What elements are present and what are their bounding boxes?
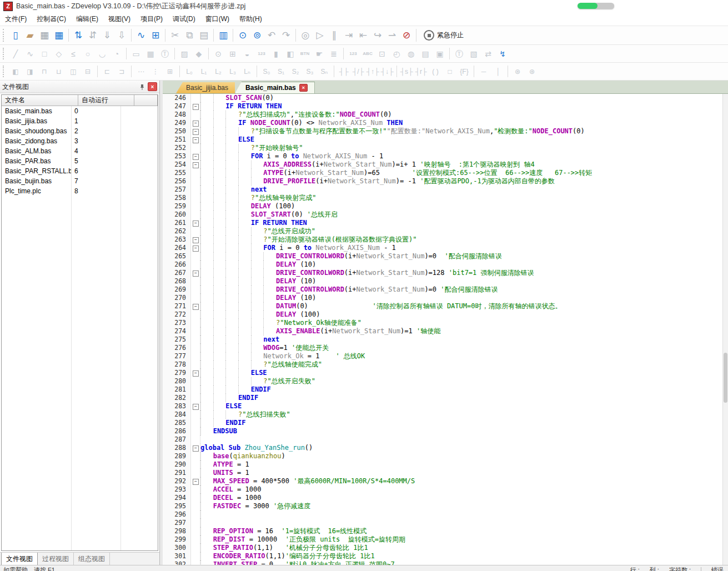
file-row[interactable]: Basic_ALM.bas4: [2, 146, 158, 156]
table-widget-button[interactable]: ▦: [144, 48, 157, 60]
menu-item[interactable]: 项目(P): [135, 13, 168, 26]
debug-pause-button[interactable]: ∥: [328, 29, 341, 42]
coil-button[interactable]: ( ): [429, 66, 442, 77]
image-widget-button[interactable]: ▨: [178, 48, 191, 60]
new-file-button[interactable]: ▯: [9, 29, 22, 42]
draw-open-polyline-button[interactable]: ≤: [67, 48, 80, 60]
number-input-button[interactable]: 123: [347, 48, 360, 60]
save-screen-button[interactable]: ▤: [419, 48, 432, 60]
draw-line-button[interactable]: ╱: [9, 48, 22, 60]
fold-margin[interactable]: −: [191, 136, 200, 144]
function-box-button[interactable]: □: [443, 66, 456, 77]
h-line-button[interactable]: ─: [477, 66, 490, 77]
fold-margin[interactable]: −: [191, 477, 200, 485]
document-tab[interactable]: Basic_main.bas×: [235, 82, 315, 93]
grid-snap-button[interactable]: ⊞: [163, 66, 177, 77]
align-left-button[interactable]: ◧: [9, 66, 22, 77]
file-row[interactable]: Basic_main.bas0: [2, 106, 158, 116]
text-input-button[interactable]: ABC: [361, 48, 374, 60]
file-row[interactable]: Plc_time.plc8: [2, 186, 158, 196]
menu-item[interactable]: 控制器(C): [32, 13, 71, 26]
fold-marker-icon[interactable]: −: [193, 104, 199, 110]
fold-marker-icon[interactable]: −: [193, 479, 199, 485]
fold-margin[interactable]: −: [191, 119, 200, 127]
file-row[interactable]: Basic_zidong.bas3: [2, 136, 158, 146]
paste-button[interactable]: ▤: [197, 29, 210, 42]
list-widget-button[interactable]: ≣: [327, 48, 340, 60]
file-row[interactable]: Basic_PAR.bas5: [2, 156, 158, 166]
menu-item[interactable]: 编辑(E): [71, 13, 103, 26]
connect-controller-button[interactable]: ⇅: [72, 29, 85, 42]
fold-margin[interactable]: −: [191, 127, 200, 136]
menu-item[interactable]: 帮助(H): [234, 13, 267, 26]
ladder-ln-button[interactable]: Lₙ: [240, 66, 254, 77]
file-row[interactable]: Basic_jijia.bas1: [2, 116, 158, 126]
toolbar-grip[interactable]: [3, 29, 7, 42]
fold-marker-icon[interactable]: −: [193, 370, 199, 377]
fold-margin[interactable]: −: [191, 444, 200, 452]
touch-widget-button[interactable]: ☛: [313, 48, 326, 60]
save-button[interactable]: ▦: [38, 29, 51, 42]
menu-item[interactable]: 视图(V): [103, 13, 135, 26]
distribute-horizontal-button[interactable]: ⋯: [134, 66, 148, 77]
swap-widget-button[interactable]: ⇄: [481, 48, 495, 60]
align-right-button[interactable]: ◨: [23, 66, 37, 77]
fold-margin[interactable]: −: [191, 402, 200, 410]
panel-tab[interactable]: 文件视图: [1, 553, 38, 566]
scrollbar-thumb[interactable]: [724, 353, 727, 403]
distribute-vertical-button[interactable]: ⋮: [149, 66, 162, 77]
fold-margin[interactable]: −: [191, 219, 200, 227]
step-out-button[interactable]: ⇤: [357, 29, 370, 42]
toolbar-grip[interactable]: [3, 66, 7, 78]
fold-margin[interactable]: −: [191, 236, 200, 244]
ladder-l0-button[interactable]: L₀: [183, 66, 196, 77]
fold-marker-icon[interactable]: −: [193, 137, 199, 143]
download-rom-button[interactable]: ⇩: [115, 29, 128, 42]
redo-button[interactable]: ↷: [279, 29, 293, 42]
text-frame-button[interactable]: Ⓣ: [158, 48, 172, 60]
center-vertical-button[interactable]: ⊟: [81, 66, 94, 77]
save-all-button[interactable]: ▦: [52, 29, 66, 42]
find-button[interactable]: ⊙: [236, 29, 249, 42]
delete-element-button[interactable]: ⊛: [511, 66, 524, 77]
file-view-close-button[interactable]: ×: [148, 82, 157, 91]
shape-group-button[interactable]: ◆: [192, 48, 205, 60]
delete-branch-button[interactable]: ⊛: [525, 66, 539, 77]
code-area[interactable]: 246SLOT_SCAN(0)247−IF RETURN THEN248?"总线…: [163, 94, 728, 565]
print-button[interactable]: ▥: [217, 29, 230, 42]
fold-margin[interactable]: −: [191, 152, 200, 161]
function-block-button[interactable]: {F}: [458, 66, 471, 77]
debug-run-button[interactable]: ▷: [313, 29, 327, 42]
v-line-button[interactable]: │: [491, 66, 505, 77]
fold-margin[interactable]: −: [191, 269, 200, 277]
step-over-button[interactable]: ↪: [371, 29, 384, 42]
fold-marker-icon[interactable]: −: [193, 154, 199, 160]
fold-margin[interactable]: −: [191, 369, 200, 377]
document-tab[interactable]: Basic_jijia.bas: [176, 82, 235, 93]
contact-set-button[interactable]: ┤s├: [400, 66, 413, 77]
column-autorun[interactable]: 自动运行: [78, 95, 134, 106]
fold-margin[interactable]: −: [191, 161, 200, 169]
file-row[interactable]: Basic_PAR_RSTALL.bas6: [2, 166, 158, 176]
palette-button[interactable]: ◍: [404, 48, 418, 60]
align-top-button[interactable]: ⊓: [38, 66, 51, 77]
draw-pie-button[interactable]: ◔: [110, 48, 123, 60]
draw-polygon-button[interactable]: ◇: [52, 48, 66, 60]
ruler-button[interactable]: ▭: [129, 48, 143, 60]
lamp-widget-button[interactable]: ⊙: [212, 48, 225, 60]
fold-marker-icon[interactable]: −: [193, 271, 199, 277]
panel-tab[interactable]: 组态视图: [74, 553, 110, 565]
ladder-l2-button[interactable]: L₂: [212, 66, 225, 77]
gesture-draw-button[interactable]: ↯: [496, 48, 509, 60]
cad-import-button[interactable]: ▣: [433, 48, 446, 60]
make-same-width-button[interactable]: ⊏: [101, 66, 114, 77]
meter-widget-button[interactable]: ◒: [240, 48, 254, 60]
column-extra[interactable]: [134, 95, 158, 106]
label-widget-button[interactable]: Ⓣ: [453, 48, 466, 60]
fold-marker-icon[interactable]: −: [193, 304, 199, 310]
toolbar-grip[interactable]: [3, 48, 7, 60]
step-into-button[interactable]: ⇥: [342, 29, 355, 42]
fold-marker-icon[interactable]: −: [193, 237, 199, 243]
tab-close-button[interactable]: ×: [299, 84, 308, 92]
fold-marker-icon[interactable]: −: [193, 162, 199, 168]
